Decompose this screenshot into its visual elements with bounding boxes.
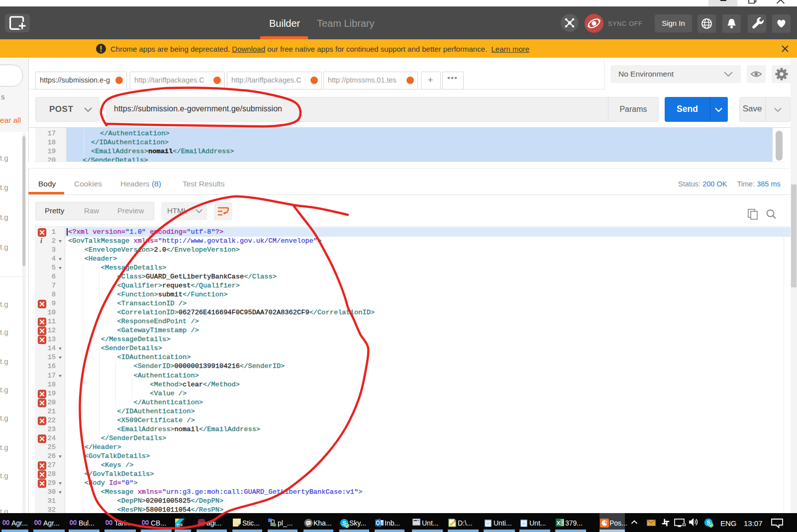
svg-text:WS: WS (177, 523, 183, 527)
svg-text:X: X (557, 520, 561, 526)
